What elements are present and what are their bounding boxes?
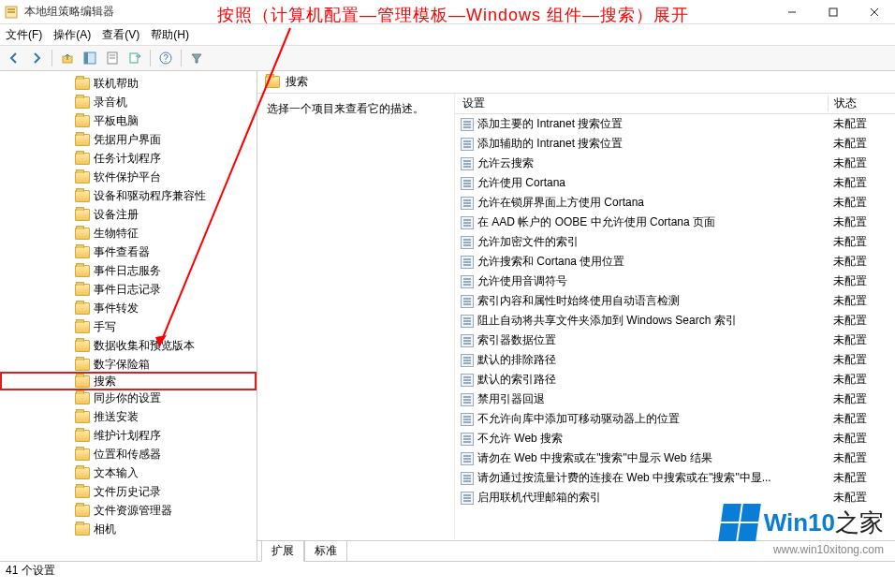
tree-item[interactable]: 相机 (0, 520, 257, 538)
help-button[interactable]: ? (155, 48, 176, 68)
setting-status: 未配置 (828, 391, 895, 407)
list-row[interactable]: 添加辅助的 Intranet 搜索位置未配置 (455, 134, 895, 154)
setting-status: 未配置 (828, 175, 895, 191)
tree-item[interactable]: 生物特征 (0, 224, 257, 243)
tree-item-label: 同步你的设置 (94, 390, 161, 406)
right-pane: 搜索 选择一个项目来查看它的描述。 设置 状态 添加主要的 Intranet 搜… (257, 71, 895, 561)
setting-label: 允许云搜索 (477, 155, 828, 171)
tree-item[interactable]: 同步你的设置 (0, 389, 257, 407)
tree-pane[interactable]: 联机帮助录音机平板电脑凭据用户界面任务计划程序软件保护平台设备和驱动程序兼容性设… (0, 71, 257, 561)
tree-item[interactable]: 位置和传感器 (0, 445, 257, 463)
tree-item[interactable]: 设备注册 (0, 205, 257, 224)
maximize-button[interactable] (813, 0, 854, 24)
tree-item[interactable]: 文件历史记录 (0, 482, 257, 501)
tree-item[interactable]: 文件资源管理器 (0, 501, 257, 520)
tree-item[interactable]: 任务计划程序 (0, 149, 257, 168)
tree-item[interactable]: 推送安装 (0, 407, 257, 426)
list-row[interactable]: 请勿在 Web 中搜索或在"搜索"中显示 Web 结果未配置 (455, 448, 895, 468)
list-row[interactable]: 允许搜索和 Cortana 使用位置未配置 (455, 252, 895, 272)
tree-item[interactable]: 数据收集和预览版本 (0, 336, 257, 355)
setting-icon (461, 236, 474, 249)
list-row[interactable]: 默认的排除路径未配置 (455, 350, 895, 370)
tree-item[interactable]: 搜索 (0, 372, 257, 390)
close-button[interactable] (854, 0, 895, 24)
menu-file[interactable]: 文件(F) (6, 27, 42, 43)
setting-label: 允许搜索和 Cortana 使用位置 (477, 254, 828, 270)
setting-icon (461, 334, 474, 347)
list-row[interactable]: 不允许向库中添加可移动驱动器上的位置未配置 (455, 409, 895, 429)
statusbar: 41 个设置 (0, 561, 895, 580)
tree-item[interactable]: 凭据用户界面 (0, 130, 257, 149)
forward-button[interactable] (26, 48, 47, 68)
folder-icon (75, 190, 90, 202)
tree-item[interactable]: 维护计划程序 (0, 426, 257, 445)
tree-item[interactable]: 设备和驱动程序兼容性 (0, 186, 257, 205)
list-row[interactable]: 禁用引器回退未配置 (455, 390, 895, 409)
tree-item-label: 事件转发 (94, 301, 139, 316)
list-row[interactable]: 允许在锁屏界面上方使用 Cortana未配置 (455, 193, 895, 213)
setting-status: 未配置 (828, 372, 895, 388)
tab-standard[interactable]: 标准 (304, 541, 347, 562)
setting-icon (461, 275, 474, 288)
tab-extended[interactable]: 扩展 (261, 541, 304, 562)
folder-icon (75, 153, 90, 165)
menu-action[interactable]: 操作(A) (53, 27, 91, 43)
setting-icon (461, 256, 474, 269)
folder-icon (75, 115, 90, 127)
folder-icon (75, 448, 90, 461)
tree-item[interactable]: 文本输入 (0, 463, 257, 482)
tree-item[interactable]: 事件日志服务 (0, 261, 257, 280)
list-row[interactable]: 不允许 Web 搜索未配置 (455, 429, 895, 448)
tree-item-label: 搜索 (94, 374, 116, 390)
setting-label: 添加主要的 Intranet 搜索位置 (477, 116, 828, 132)
list-row[interactable]: 允许使用音调符号未配置 (455, 272, 895, 291)
right-header-title: 搜索 (286, 74, 308, 90)
menu-help[interactable]: 帮助(H) (151, 27, 189, 43)
tree-item-label: 软件保护平台 (94, 169, 161, 185)
setting-label: 不允许 Web 搜索 (477, 431, 828, 447)
list-row[interactable]: 请勿通过按流量计费的连接在 Web 中搜索或在"搜索"中显...未配置 (455, 468, 895, 488)
column-setting[interactable]: 设置 (455, 96, 828, 111)
column-status[interactable]: 状态 (828, 96, 895, 111)
tree-item[interactable]: 手写 (0, 317, 257, 336)
setting-icon (461, 295, 474, 308)
filter-button[interactable] (186, 48, 207, 68)
menu-view[interactable]: 查看(V) (102, 27, 139, 43)
properties-button[interactable] (102, 48, 123, 68)
minimize-button[interactable] (771, 0, 813, 24)
tree-item-label: 事件日志记录 (94, 282, 161, 298)
setting-icon (461, 492, 474, 505)
tree-item-label: 相机 (94, 522, 116, 537)
list-row[interactable]: 阻止自动将共享文件夹添加到 Windows Search 索引未配置 (455, 311, 895, 331)
setting-label: 在 AAD 帐户的 OOBE 中允许使用 Cortana 页面 (477, 214, 828, 230)
tree-item[interactable]: 平板电脑 (0, 111, 257, 130)
list-body[interactable]: 添加主要的 Intranet 搜索位置未配置添加辅助的 Intranet 搜索位… (455, 114, 895, 540)
tree-item[interactable]: 联机帮助 (0, 74, 257, 93)
list-row[interactable]: 允许使用 Cortana未配置 (455, 173, 895, 193)
tree-item[interactable]: 事件转发 (0, 299, 257, 317)
tree-item-label: 手写 (94, 319, 116, 335)
back-button[interactable] (4, 48, 24, 68)
tree-item[interactable]: 数字保险箱 (0, 355, 257, 374)
show-tree-button[interactable] (80, 48, 100, 68)
list-row[interactable]: 索引器数据位置未配置 (455, 331, 895, 350)
setting-icon (461, 433, 474, 446)
list-row[interactable]: 在 AAD 帐户的 OOBE 中允许使用 Cortana 页面未配置 (455, 213, 895, 232)
setting-label: 默认的索引路径 (477, 372, 828, 388)
tree-item[interactable]: 事件日志记录 (0, 280, 257, 299)
setting-status: 未配置 (828, 273, 895, 289)
list-row[interactable]: 允许云搜索未配置 (455, 154, 895, 173)
list-row[interactable]: 添加主要的 Intranet 搜索位置未配置 (455, 114, 895, 134)
export-button[interactable] (125, 48, 145, 68)
tree-item[interactable]: 录音机 (0, 93, 257, 111)
list-row[interactable]: 索引内容和属性时始终使用自动语言检测未配置 (455, 291, 895, 311)
tree-item[interactable]: 事件查看器 (0, 243, 257, 261)
list-row[interactable]: 默认的索引路径未配置 (455, 370, 895, 390)
folder-icon (265, 76, 280, 88)
up-folder-button[interactable] (57, 48, 78, 68)
settings-list: 设置 状态 添加主要的 Intranet 搜索位置未配置添加辅助的 Intran… (454, 94, 895, 540)
tree-item-label: 设备注册 (94, 207, 139, 223)
list-row[interactable]: 允许加密文件的索引未配置 (455, 232, 895, 252)
tree-item[interactable]: 软件保护平台 (0, 168, 257, 186)
folder-icon (75, 359, 90, 371)
